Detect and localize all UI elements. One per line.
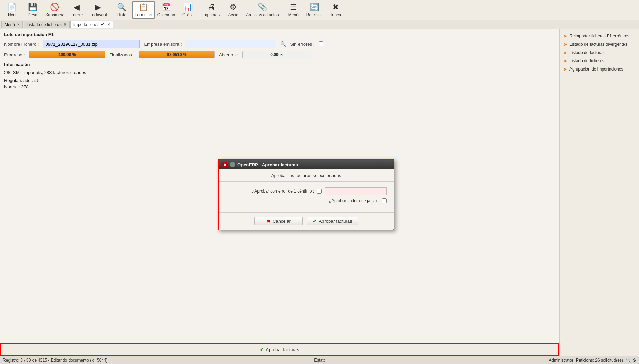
tanca-label: Tanca (330, 12, 341, 17)
endavant-icon: ▶ (95, 3, 101, 12)
info-group: Regularizadora: 5 Normal: 278 (4, 78, 555, 90)
toolbar-imprimeix-button[interactable]: 🖨 Imprimeix (200, 1, 223, 19)
toolbar-arxius-button[interactable]: 📎 Archivos adjuntos (244, 1, 281, 19)
tab-importaciones[interactable]: Importaciones F1 ✖ (70, 21, 113, 28)
dialog-body: ¿Aprobar con error de 1 céntimo : ¿Aprob… (219, 182, 394, 212)
grafic-icon: 📊 (183, 3, 193, 12)
toolbar-suprimeix-button[interactable]: 🚫 Suprimeix (43, 1, 66, 19)
toolbar-menu-button[interactable]: ☰ Menú (283, 1, 304, 19)
sin-errores-label: Sin errores : (290, 41, 315, 47)
sidebar-item-reimportar[interactable]: ➤ Reimportar ficheros F1 erróneos (560, 32, 639, 40)
toolbar-endavant-button[interactable]: ▶ Endavant (87, 1, 109, 19)
tab-importaciones-close[interactable]: ✖ (107, 22, 110, 26)
finalizados-bar-text: 98.9510 % (139, 51, 215, 58)
reimportar-icon: ➤ (563, 33, 567, 39)
toolbar-desa-button[interactable]: 💾 Desa (22, 1, 43, 19)
aprobar-facturas-bar[interactable]: ✔ Aprobar facturas (0, 343, 559, 356)
nombre-fichero-input[interactable] (43, 40, 140, 48)
sin-errores-checkbox[interactable] (319, 41, 323, 46)
tab-importaciones-label: Importaciones F1 (73, 22, 106, 27)
status-icons: 🔍 ⚙ (626, 358, 636, 363)
search-status-icon[interactable]: 🔍 (626, 358, 631, 363)
status-estat: Estat: (214, 358, 425, 363)
formulari-icon: 📋 (139, 3, 148, 12)
dialog-field1-label: ¿Aprobar con error de 1 céntimo : (252, 189, 314, 194)
menu-label: Menú (288, 12, 299, 17)
dialog-field2-label: ¿Aprobar factura negativa : (329, 198, 379, 203)
tab-listado[interactable]: Listado de ficheros ✖ (24, 21, 70, 28)
toolbar-enrere-button[interactable]: ◀ Enrere (66, 1, 87, 19)
abiertos-label: Abiertos : (219, 52, 238, 57)
toolbar-tanca-button[interactable]: ✖ Tanca (325, 1, 346, 19)
status-peticiones: Peticions: 26 solicitud(es) (576, 358, 623, 363)
empresa-emisora-input[interactable] (186, 40, 276, 48)
dialog-cancel-button[interactable]: ✖ Cancelar (254, 217, 303, 225)
progreso-bar: 100.00 % (29, 51, 105, 58)
tab-menu-close[interactable]: ✖ (17, 22, 20, 26)
llista-label: Llista (117, 12, 126, 17)
toolbar-refresca-button[interactable]: 🔄 Refresca (304, 1, 325, 19)
dialog-aprobar-button[interactable]: ✔ Aprobar facturas (307, 217, 358, 225)
dialog-subtitle: Aprobar las facturas seleccionadas (219, 169, 394, 182)
info-line2: Regularizadora: 5 (4, 78, 555, 83)
endavant-label: Endavant (89, 12, 107, 17)
status-user: Administrator (549, 358, 573, 363)
agrupacion-label: Agrupación de importaciones (569, 67, 623, 72)
refresca-icon: 🔄 (310, 3, 319, 12)
toolbar-llista-button[interactable]: 🔍 Llista (111, 1, 132, 19)
accio-label: Acció (228, 12, 238, 17)
refresca-label: Refresca (306, 12, 323, 17)
formulari-label: Formulari (135, 12, 152, 17)
tabs-bar: Menú ✖ Listado de ficheros ✖ Importacion… (0, 20, 639, 29)
aprobar-error-checkbox[interactable] (317, 189, 322, 194)
sidebar-item-listado-ficheros[interactable]: ➤ Listado de ficheros (560, 57, 639, 65)
status-right: Administrator Peticions: 26 solicitud(es… (425, 358, 636, 363)
section-title: Lote de importación F1 (4, 32, 555, 37)
toolbar-formulari-button[interactable]: 📋 Formulari (132, 1, 155, 19)
estat-label: Estat: (314, 358, 325, 363)
facturas-label: Listado de facturas (569, 50, 604, 55)
sidebar-item-agrupacion[interactable]: ➤ Agrupación de importaciones (560, 65, 639, 73)
aprobar-negativa-checkbox[interactable] (382, 198, 387, 203)
suprimeix-icon: 🚫 (50, 3, 59, 12)
dialog-field1-input[interactable] (325, 187, 387, 195)
tab-menu[interactable]: Menú ✖ (1, 21, 23, 28)
separator2 (199, 3, 199, 17)
arxius-label: Archivos adjuntos (246, 12, 279, 17)
divergentes-label: Listado de facturas divergentes (569, 42, 627, 47)
aprobar-dialog: ✖ – OpenERP - Aprobar facturas Aprobar l… (218, 159, 394, 230)
info-title: Información (4, 62, 555, 67)
llista-icon: 🔍 (117, 3, 126, 12)
divergentes-icon: ➤ (563, 41, 567, 47)
empresa-emisora-label: Empresa emisora : (144, 41, 182, 47)
toolbar-accio-button[interactable]: ⚙ Acció (223, 1, 244, 19)
accio-icon: ⚙ (230, 3, 237, 12)
tab-menu-label: Menú (4, 22, 15, 27)
toolbar-nou-button[interactable]: 📄 Nou (1, 1, 22, 19)
arxius-icon: 📎 (258, 3, 267, 12)
separator3 (282, 3, 282, 17)
toolbar-grafic-button[interactable]: 📊 Gràfic (177, 1, 198, 19)
finalizados-bar: 98.9510 % (139, 51, 215, 58)
info-line3: Normal: 278 (4, 84, 555, 90)
sidebar-item-facturas[interactable]: ➤ Listado de facturas (560, 48, 639, 57)
aprobar-facturas-button[interactable]: ✔ Aprobar facturas (260, 347, 299, 352)
enrere-icon: ◀ (74, 3, 80, 12)
calendari-icon: 📅 (162, 3, 171, 12)
cancel-icon: ✖ (267, 218, 271, 224)
cancel-label: Cancelar (273, 218, 291, 224)
info-line1: 286 XML importats, 283 factures creades (4, 70, 555, 75)
dialog-min-button[interactable]: – (230, 162, 235, 167)
sidebar-item-divergentes[interactable]: ➤ Listado de facturas divergentes (560, 40, 639, 48)
dialog-field-row-1: ¿Aprobar con error de 1 céntimo : (226, 187, 387, 195)
toolbar-calendari-button[interactable]: 📅 Calendari (155, 1, 177, 19)
aprobar-icon: ✔ (313, 218, 317, 224)
dialog-close-button[interactable]: ✖ (222, 162, 228, 167)
tab-listado-close[interactable]: ✖ (64, 22, 66, 26)
suprimeix-label: Suprimeix (45, 12, 64, 17)
abiertos-bar: 0.00 % (242, 51, 311, 58)
settings-status-icon[interactable]: ⚙ (632, 358, 636, 363)
tanca-icon: ✖ (332, 3, 339, 12)
empresa-search-icon[interactable]: 🔍 (280, 41, 286, 47)
aprobar-check-icon: ✔ (260, 347, 264, 352)
